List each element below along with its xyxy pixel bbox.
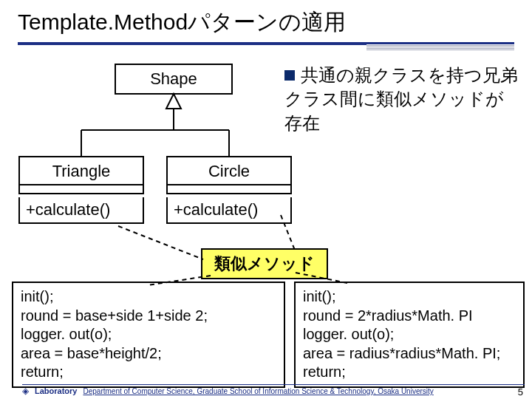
uml-method-triangle: +calculate()	[18, 197, 144, 224]
footer-dept: Department of Computer Science, Graduate…	[83, 387, 433, 395]
code-box-circle: init(); round = 2*radius*Math. PI logger…	[294, 282, 525, 388]
svg-marker-0	[166, 94, 181, 109]
uml-method-text: +calculate()	[174, 200, 258, 219]
uml-class-triangle: Triangle	[18, 156, 144, 194]
uml-separator	[20, 184, 143, 188]
uml-class-name: Shape	[150, 69, 197, 88]
bullet-text: 共通の親クラスを持つ兄弟クラス間に類似メソッドが存在	[284, 64, 521, 135]
uml-class-shape: Shape	[115, 64, 233, 95]
bullet-content: 共通の親クラスを持つ兄弟クラス間に類似メソッドが存在	[284, 65, 518, 133]
footer: ◈ Laboratory Department of Computer Scie…	[22, 384, 525, 396]
bullet-square-icon	[284, 70, 295, 81]
uml-class-circle: Circle	[166, 156, 292, 194]
uml-method-text: +calculate()	[26, 200, 110, 219]
label-similar-method: 類似メソッド	[201, 248, 328, 279]
page-number: 5	[518, 386, 523, 398]
footer-lab: Laboratory	[35, 386, 77, 395]
uml-class-name: Circle	[208, 162, 250, 180]
uml-separator	[168, 184, 290, 188]
svg-line-5	[118, 226, 203, 259]
uml-method-circle: +calculate()	[166, 197, 292, 224]
code-box-triangle: init(); round = base+side 1+side 2; logg…	[12, 282, 285, 388]
footer-logo-icon: ◈	[22, 386, 29, 396]
diagram-canvas: Shape Triangle +calculate() Circle +calc…	[0, 45, 532, 392]
uml-class-name: Triangle	[52, 162, 111, 180]
slide-title: Template.Methodパターンの適用	[0, 0, 532, 42]
